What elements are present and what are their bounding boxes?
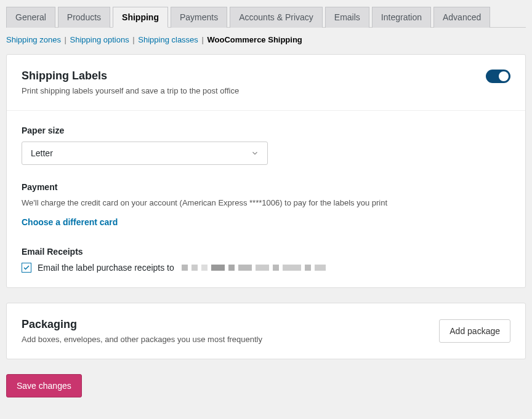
separator: | <box>65 35 69 44</box>
tab-advanced[interactable]: Advanced <box>433 7 490 28</box>
payment-description: We'll charge the credit card on your acc… <box>22 198 510 207</box>
redacted-email-address <box>182 265 326 271</box>
add-package-button[interactable]: Add package <box>439 319 510 343</box>
tab-products[interactable]: Products <box>58 7 110 28</box>
separator: | <box>201 35 206 44</box>
email-receipts-label: Email Receipts <box>22 247 510 257</box>
settings-tabs: General Products Shipping Payments Accou… <box>6 6 526 28</box>
packaging-desc: Add boxes, envelopes, and other packages… <box>22 335 262 344</box>
choose-different-card-link[interactable]: Choose a different card <box>22 217 510 227</box>
shipping-subnav: Shipping zones | Shipping options | Ship… <box>6 28 526 54</box>
subnav-shipping-classes[interactable]: Shipping classes <box>138 35 198 44</box>
packaging-title: Packaging <box>22 318 262 331</box>
shipping-labels-title: Shipping Labels <box>22 70 239 82</box>
paper-size-label: Paper size <box>22 126 510 135</box>
subnav-current: WooCommerce Shipping <box>207 35 302 44</box>
tab-emails[interactable]: Emails <box>325 7 369 28</box>
subnav-shipping-options[interactable]: Shipping options <box>70 35 129 44</box>
toggle-knob <box>499 71 509 81</box>
shipping-labels-toggle[interactable] <box>486 70 510 83</box>
tab-accounts-privacy[interactable]: Accounts & Privacy <box>230 7 323 28</box>
save-changes-button[interactable]: Save changes <box>6 374 82 397</box>
tab-integration[interactable]: Integration <box>372 7 431 28</box>
shipping-labels-desc: Print shipping labels yourself and save … <box>22 86 239 95</box>
email-receipts-text: Email the label purchase receipts to <box>38 263 174 273</box>
tab-general[interactable]: General <box>6 7 55 28</box>
tab-payments[interactable]: Payments <box>171 7 227 28</box>
separator: | <box>132 35 137 44</box>
email-receipts-checkbox[interactable] <box>22 263 31 273</box>
packaging-card: Packaging Add boxes, envelopes, and othe… <box>6 303 526 359</box>
tab-shipping[interactable]: Shipping <box>113 7 168 28</box>
shipping-labels-card: Shipping Labels Print shipping labels yo… <box>6 54 526 288</box>
paper-size-select[interactable]: Letter <box>22 142 268 165</box>
payment-label: Payment <box>22 182 510 192</box>
subnav-shipping-zones[interactable]: Shipping zones <box>6 35 61 44</box>
